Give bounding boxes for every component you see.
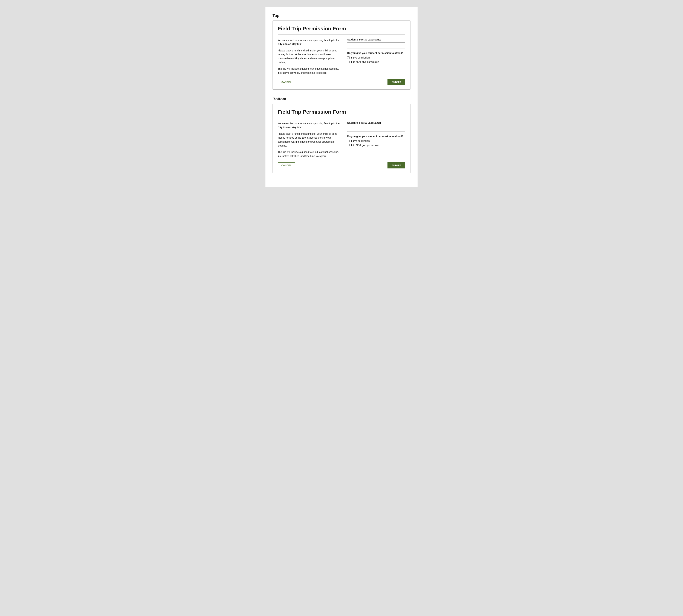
cancel-button-top[interactable]: CANCEL: [278, 79, 295, 85]
permission-question-top: Do you give your student permission to a…: [347, 51, 405, 54]
main-container: Top Field Trip Permission Form We are ex…: [265, 7, 418, 187]
section-label-top: Top: [273, 14, 410, 18]
form-card-top: Field Trip Permission Form We are excite…: [273, 21, 410, 90]
form-body-bottom: We are excited to announce an upcoming f…: [278, 122, 405, 158]
permission-give-label-top: I give permission: [351, 56, 370, 59]
description-p1-bottom: We are excited to announce an upcoming f…: [278, 122, 341, 129]
permission-question-bottom: Do you give your student permission to a…: [347, 135, 405, 138]
form-description-bottom: We are excited to announce an upcoming f…: [278, 122, 341, 158]
form-title-top: Field Trip Permission Form: [278, 26, 405, 35]
permission-deny-checkbox-bottom[interactable]: [347, 144, 350, 146]
submit-button-top[interactable]: SUBMIT: [387, 79, 405, 85]
section-label-bottom: Bottom: [273, 97, 410, 101]
student-name-input-top[interactable]: [347, 42, 405, 48]
description-p3-bottom: The trip will include a guided tour, edu…: [278, 150, 341, 158]
permission-give-row-bottom: I give permission: [347, 139, 405, 142]
permission-give-checkbox-top[interactable]: [347, 57, 350, 59]
form-body-top: We are excited to announce an upcoming f…: [278, 38, 405, 75]
form-description-top: We are excited to announce an upcoming f…: [278, 38, 341, 75]
permission-deny-row-top: I do NOT give permission: [347, 61, 405, 63]
permission-give-checkbox-bottom[interactable]: [347, 140, 350, 142]
permission-give-row-top: I give permission: [347, 56, 405, 59]
description-p1-top: We are excited to announce an upcoming f…: [278, 38, 341, 46]
student-name-label-bottom: Student's First & Last Name:: [347, 122, 405, 124]
form-fields-top: Student's First & Last Name: Do you give…: [347, 38, 405, 75]
description-p3-top: The trip will include a guided tour, edu…: [278, 67, 341, 75]
form-card-bottom: Field Trip Permission Form We are excite…: [273, 104, 410, 173]
description-p2-top: Please pack a lunch and a drink for your…: [278, 49, 341, 65]
student-name-input-bottom[interactable]: [347, 126, 405, 132]
cancel-button-bottom[interactable]: CANCEL: [278, 162, 295, 168]
permission-deny-row-bottom: I do NOT give permission: [347, 144, 405, 147]
student-name-label-top: Student's First & Last Name:: [347, 38, 405, 41]
form-title-bottom: Field Trip Permission Form: [278, 109, 405, 118]
permission-deny-label-bottom: I do NOT give permission: [351, 144, 379, 147]
permission-deny-label-top: I do NOT give permission: [351, 61, 379, 63]
description-p2-bottom: Please pack a lunch and a drink for your…: [278, 132, 341, 148]
form-actions-top: CANCEL SUBMIT: [278, 79, 405, 85]
form-actions-bottom: CANCEL SUBMIT: [278, 162, 405, 169]
form-fields-bottom: Student's First & Last Name: Do you give…: [347, 122, 405, 158]
permission-give-label-bottom: I give permission: [351, 139, 370, 142]
submit-button-bottom[interactable]: SUBMIT: [387, 162, 405, 169]
permission-deny-checkbox-top[interactable]: [347, 61, 350, 63]
